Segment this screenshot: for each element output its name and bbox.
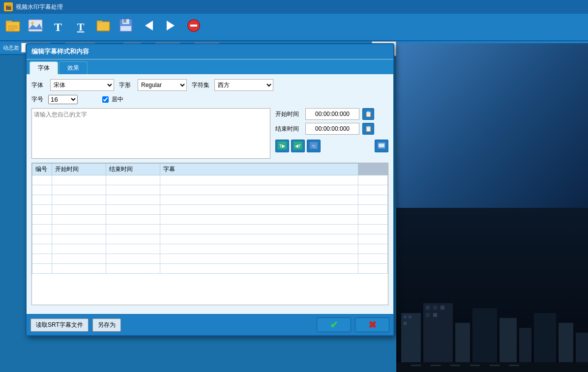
video-preview [396, 43, 588, 372]
text-btn[interactable]: T [47, 16, 69, 38]
end-time-row: 结束时间 📋 [275, 123, 388, 135]
title-bar: 🎬 视频水印字幕处理 [0, 0, 588, 14]
col-header-content: 字幕 [160, 164, 358, 175]
svg-text:◀T: ◀T [295, 143, 301, 148]
svg-rect-38 [450, 365, 460, 366]
text2-icon: T [77, 21, 85, 33]
svg-rect-19 [404, 315, 407, 318]
subtitle-table: 编号 开始时间 结束时间 字幕 [32, 163, 388, 274]
svg-rect-23 [426, 306, 430, 310]
dialog-footer: 读取SRT字幕文件 另存为 ✔ ✖ [27, 314, 393, 335]
text2-btn[interactable]: T [70, 16, 91, 38]
col-header-start: 开始时间 [52, 164, 106, 175]
table-row [32, 175, 388, 185]
svg-text:T▶: T▶ [279, 143, 286, 148]
table-row [32, 225, 388, 234]
svg-rect-4 [8, 29, 15, 30]
stop-btn[interactable] [183, 16, 205, 38]
set-end-icon: ◀T [293, 141, 303, 151]
save-btn[interactable] [115, 16, 137, 38]
svg-rect-26 [426, 313, 430, 317]
svg-rect-35 [396, 362, 588, 372]
open-image-icon [28, 18, 43, 36]
text-input-area[interactable] [31, 108, 270, 159]
cancel-x-icon: ✖ [368, 319, 377, 331]
set-start-icon: T▶ [277, 141, 287, 151]
svg-rect-9 [97, 21, 102, 23]
col-header-no: 编号 [32, 164, 52, 175]
load-srt-btn[interactable]: 读取SRT字幕文件 [30, 318, 88, 332]
center-label: 居中 [112, 95, 123, 104]
start-time-copy-btn[interactable]: 📋 [362, 108, 374, 120]
time-action-btn-4[interactable] [375, 140, 388, 152]
app-icon: 🎬 [4, 2, 13, 11]
edit-subtitle-dialog: 编辑字幕样式和内容 字体 效果 字体 宋体 字形 Regular Bold It… [26, 43, 394, 336]
svg-rect-40 [490, 365, 500, 366]
save-icon [118, 18, 133, 36]
back-icon [141, 18, 156, 36]
dialog-title: 编辑字幕样式和内容 [27, 44, 393, 59]
main-toolbar: T T [0, 14, 588, 41]
end-time-copy-btn[interactable]: 📋 [362, 123, 374, 135]
content-section: 开始时间 📋 结束时间 📋 T▶ [31, 108, 388, 159]
svg-rect-17 [190, 25, 197, 27]
svg-rect-37 [431, 365, 441, 366]
save-as-btn[interactable]: 另存为 [92, 318, 121, 332]
svg-rect-20 [409, 315, 412, 318]
table-row [32, 264, 388, 274]
forward-icon [164, 18, 178, 36]
time-action-row: T▶ ◀T T| [275, 140, 388, 152]
center-checkbox[interactable] [102, 96, 109, 103]
ok-btn[interactable]: ✔ [317, 317, 351, 332]
charset-select[interactable]: 西方 中文 [214, 79, 273, 91]
end-time-label: 结束时间 [275, 125, 302, 133]
svg-rect-25 [441, 306, 444, 310]
cancel-btn[interactable]: ✖ [355, 317, 389, 332]
subtitle-table-container[interactable]: 编号 开始时间 结束时间 字幕 [31, 163, 388, 305]
open-folder-btn[interactable] [2, 16, 24, 38]
svg-rect-21 [404, 322, 407, 325]
table-row [32, 205, 388, 215]
open-image-btn[interactable] [25, 16, 46, 38]
back-btn[interactable] [138, 16, 159, 38]
forward-btn[interactable] [160, 16, 182, 38]
tab-font[interactable]: 字体 [29, 61, 58, 74]
svg-text:T|: T| [312, 144, 316, 148]
svg-point-6 [31, 22, 34, 25]
svg-rect-13 [120, 26, 131, 31]
font-select[interactable]: 宋体 [50, 79, 114, 91]
start-time-label: 开始时间 [275, 110, 302, 118]
col-header-action [358, 164, 388, 175]
size-label: 字号 [31, 95, 43, 104]
dialog-body: 字体 宋体 字形 Regular Bold Italic Bold Italic… [27, 74, 393, 314]
size-select[interactable]: 16 12 14 18 20 24 [48, 95, 78, 104]
copy-icon: 📋 [365, 111, 372, 117]
table-row [32, 185, 388, 195]
time-action-btn-1[interactable]: T▶ [275, 140, 289, 152]
svg-rect-24 [433, 306, 437, 310]
table-row [32, 234, 388, 244]
tab-bar: 字体 效果 [27, 59, 393, 74]
svg-rect-39 [470, 365, 480, 366]
folder-yellow-btn[interactable] [92, 16, 114, 38]
time-action-btn-3[interactable]: T| [307, 140, 321, 152]
end-time-field[interactable] [305, 123, 359, 135]
video-area [396, 43, 588, 372]
center-checkbox-row: 居中 [102, 95, 123, 104]
style-select[interactable]: Regular Bold Italic Bold Italic [138, 79, 187, 91]
table-row [32, 254, 388, 264]
col-header-end: 结束时间 [106, 164, 160, 175]
action3-icon: T| [309, 141, 319, 151]
time-controls: 开始时间 📋 结束时间 📋 T▶ [275, 108, 388, 159]
stop-icon [186, 18, 201, 36]
tab-effect[interactable]: 效果 [59, 61, 88, 74]
subtitle-text-input[interactable] [34, 111, 268, 155]
font-row-1: 字体 宋体 字形 Regular Bold Italic Bold Italic… [31, 79, 388, 91]
dongtai-label: 动态差 [3, 44, 19, 52]
time-action-btn-2[interactable]: ◀T [291, 140, 305, 152]
start-time-field[interactable] [305, 108, 359, 120]
start-time-row: 开始时间 📋 [275, 108, 388, 120]
svg-rect-1 [6, 21, 12, 23]
copy-icon2: 📋 [365, 125, 372, 132]
table-row [32, 195, 388, 205]
